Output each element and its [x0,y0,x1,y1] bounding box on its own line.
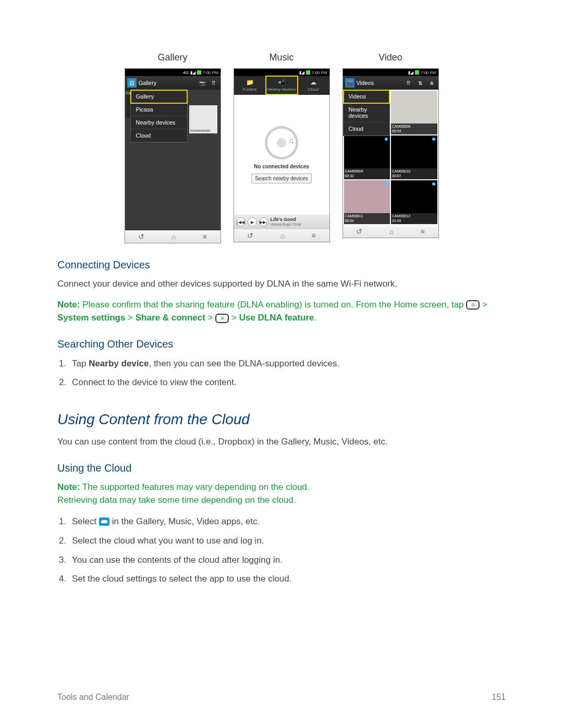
home-icon[interactable]: ⌂ [172,232,176,241]
status-bar: 4G ▮◢ 7:00 PM [125,69,221,76]
video-cell[interactable]: CAM0000800:54 [391,91,437,134]
music-phone: ▮◢ 7:00 PM 📁Folders 📲Nearby devices ☁Clo… [234,68,330,242]
battery-icon [306,70,310,75]
video-appbar: 🎬 Videos ⠿ ⇅ ⋔ [343,76,438,90]
player-bar: |◀◀ ▶ ▶▶| Life's Good Vienna Boys' Choir [234,215,329,229]
video-cell[interactable]: CAM0001201:09 [391,180,437,224]
status-time: 7:00 PM [421,70,436,75]
video-grid: Videos Nearby devices Cloud CAM00:57 CAM… [343,90,438,225]
gallery-app-icon: 🖼 [127,78,137,88]
music-tabs: 📁Folders 📲Nearby devices ☁Cloud [234,76,329,95]
gallery-heading: Gallery [157,52,187,63]
battery-icon [415,70,419,75]
music-body: No connected devices Search nearby devic… [234,95,329,215]
menu-nearby[interactable]: Nearby devices [131,116,187,129]
back-icon[interactable]: ↺ [247,231,253,240]
video-column: Video ▮◢ 7:00 PM 🎬 Videos ⠿ ⇅ ⋔ Videos N… [342,52,439,243]
gallery-dropdown: Gallery Picasa Nearby devices Cloud [130,90,188,143]
recent-icon[interactable]: ≡ [421,227,425,236]
no-connected-text: No connected devices [254,164,309,169]
system-settings-text: System settings [57,313,125,323]
nearby-device-bold: Nearby device [89,359,149,368]
video-heading: Video [378,52,402,63]
signal-icon: ▮◢ [299,70,304,75]
home-icon[interactable]: ⌂ [280,231,285,240]
searching-steps: Tap Nearby device, then you can see the … [69,356,506,391]
home-icon[interactable]: ⌂ [389,227,394,236]
tab-nearby[interactable]: 📲Nearby devices [266,76,298,95]
status-bar: ▮◢ 7:00 PM [343,69,438,76]
recent-icon[interactable]: ≡ [203,232,207,241]
sort-icon[interactable]: ⇅ [415,78,425,88]
cd-icon [265,126,298,159]
gallery-column: Gallery 4G ▮◢ 7:00 PM 🖼 Gallery 📷 ⠿ Came… [125,52,221,243]
video-cell[interactable]: CAM0001100:04 [344,180,390,224]
cloud-step-1: Select in the Gallery, Music, Video apps… [69,514,506,529]
menu-gallery[interactable]: Gallery [131,90,187,103]
cloud-icon: ☁ [298,78,329,87]
next-button[interactable]: ▶▶| [259,217,268,227]
using-the-cloud-heading: Using the Cloud [57,462,506,474]
folder-icon: 📁 [234,78,266,87]
back-icon[interactable]: ↺ [356,227,362,236]
cloud-step-3: You can use the contents of the cloud af… [69,553,506,568]
menu-icon: ≡ [466,300,480,310]
cloud-step-2: Select the cloud what you want to use an… [69,534,506,549]
menu-videos[interactable]: Videos [344,90,389,103]
screenshots-row: Gallery 4G ▮◢ 7:00 PM 🖼 Gallery 📷 ⠿ Came… [57,52,506,243]
nav-bar: ↺ ⌂ ≡ [125,230,221,243]
video-cell[interactable]: CAM0001000:07 [391,135,437,179]
menu-icon: ≡ [215,314,229,323]
play-button[interactable]: ▶ [248,217,257,227]
menu-picasa[interactable]: Picasa [131,103,187,116]
page-footer: Tools and Calendar 151 [57,693,506,702]
note-label: Note: [57,300,80,310]
menu-nearby[interactable]: Nearby devices [344,103,389,122]
prev-button[interactable]: |◀◀ [236,217,246,227]
network-icon: 4G [183,70,189,75]
tab-cloud[interactable]: ☁Cloud [298,76,329,95]
gallery-appbar: 🖼 Gallery 📷 ⠿ [125,76,221,90]
using-cloud-text: You can use content from the cloud (i.e.… [57,435,506,449]
recent-icon[interactable]: ≡ [312,231,316,240]
use-dlna-text: Use DLNA feature [239,313,314,323]
gallery-title[interactable]: Gallery [139,80,195,86]
song-title: Life's Good [271,217,327,223]
music-heading: Music [269,52,293,63]
music-column: Music ▮◢ 7:00 PM 📁Folders 📲Nearby device… [234,52,330,243]
video-dropdown: Videos Nearby devices Cloud [343,90,390,136]
gallery-phone: 4G ▮◢ 7:00 PM 🖼 Gallery 📷 ⠿ Came Screens… [125,68,221,243]
video-title[interactable]: Videos [357,80,402,86]
song-artist: Vienna Boys' Choir [271,223,327,227]
share-icon[interactable]: ⋔ [427,78,436,88]
cloud-step-4: Set the cloud settings to select the app… [69,572,506,587]
footer-section: Tools and Calendar [57,693,129,702]
step-1: Tap Nearby device, then you can see the … [69,356,506,372]
gallery-body: Came Screenshots Gallery Picasa Nearby d… [125,90,221,230]
using-cloud-heading: Using Content from the Cloud [57,411,506,428]
back-icon[interactable]: ↺ [138,232,144,241]
grid-icon[interactable]: ⠿ [404,78,413,88]
connecting-devices-text: Connect your device and other devices su… [57,277,506,291]
menu-cloud[interactable]: Cloud [131,129,187,142]
cloud-steps: Select in the Gallery, Music, Video apps… [69,514,506,587]
note-label: Note: [57,482,80,492]
video-cell[interactable]: CAM0000900:32 [344,135,390,179]
search-nearby-button[interactable]: Search nearby devices [251,174,312,183]
camera-icon[interactable]: 📷 [198,78,207,88]
menu-cloud[interactable]: Cloud [344,122,389,135]
searching-devices-heading: Searching Other Devices [57,338,506,350]
grid-icon[interactable]: ⠿ [209,78,218,88]
nav-bar: ↺ ⌂ ≡ [234,229,329,242]
nav-bar: ↺ ⌂ ≡ [343,225,438,238]
status-time: 7:00 PM [312,70,327,75]
cloud-icon [99,517,109,526]
signal-icon: ▮◢ [408,70,413,75]
connecting-devices-heading: Connecting Devices [57,259,506,271]
tab-folders[interactable]: 📁Folders [234,76,266,95]
share-connect-text: Share & connect [136,313,205,323]
video-app-icon: 🎬 [345,78,354,88]
status-time: 7:00 PM [203,70,218,75]
album-screenshots[interactable]: Screenshots [189,105,217,133]
note-cloud: Note: The supported features may vary de… [57,480,506,507]
